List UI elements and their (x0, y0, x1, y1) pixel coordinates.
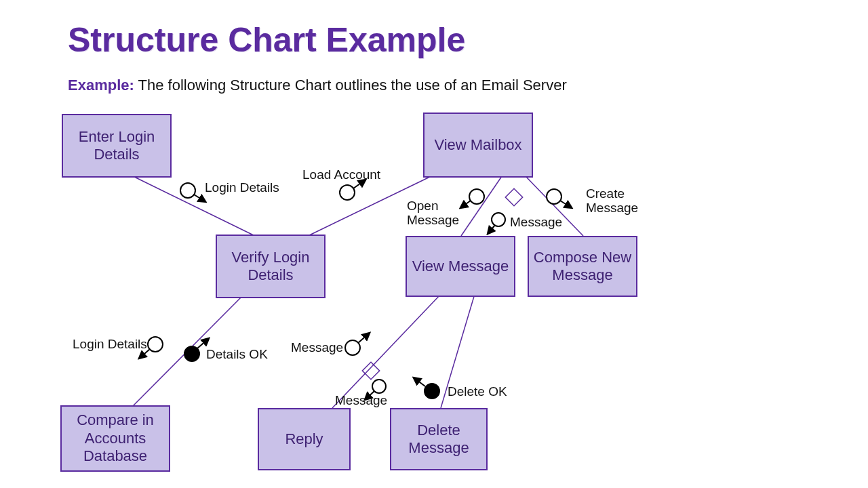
node-delete-message: Delete Message (390, 408, 488, 470)
node-compare-db: Compare in Accounts Database (60, 405, 170, 472)
couple-icon (180, 183, 195, 198)
node-reply: Reply (258, 408, 351, 470)
subtitle-text: The following Structure Chart outlines t… (134, 77, 567, 94)
arrow-icon (560, 201, 571, 207)
node-verify-login: Verify Login Details (216, 235, 326, 298)
label-delete-ok: Delete OK (448, 384, 507, 399)
couple-icon (148, 337, 163, 352)
diagram-canvas: Structure Chart Example Example: The fol… (0, 0, 868, 488)
page-title: Structure Chart Example (68, 20, 465, 60)
couple-icon (469, 189, 484, 204)
couple-icon (372, 380, 386, 393)
edge-viewmsg-to-reply (332, 294, 441, 408)
couple-icon (492, 213, 505, 226)
arrow-icon (358, 333, 369, 343)
label-create-message: Create Message (586, 187, 640, 216)
node-enter-login: Enter Login Details (62, 114, 172, 178)
label-login-details-top: Login Details (205, 180, 279, 195)
couple-control-icon (184, 346, 199, 361)
node-view-mailbox: View Mailbox (423, 113, 533, 178)
couple-icon (345, 340, 360, 355)
selection-diamond-mailbox (505, 188, 522, 205)
label-message-reply: Message (335, 393, 387, 408)
arrow-icon (461, 201, 471, 207)
label-load-account: Load Account (302, 167, 380, 182)
node-view-message: View Message (406, 236, 515, 297)
label-message-mailbox: Message (510, 215, 562, 230)
arrow-icon (194, 195, 205, 201)
label-message-vm: Message (291, 340, 343, 355)
subtitle-lead: Example: (68, 77, 134, 94)
edge-mailbox-to-viewmsg (461, 176, 502, 236)
arrow-icon (488, 225, 495, 233)
page-subtitle: Example: The following Structure Chart o… (68, 77, 567, 94)
couple-icon (340, 185, 355, 200)
label-login-details-bottom: Login Details (73, 337, 147, 352)
label-details-ok: Details OK (206, 347, 268, 362)
label-open-message: Open Message (407, 199, 461, 228)
couple-control-icon (425, 384, 439, 399)
node-compose-new: Compose New Message (528, 236, 637, 297)
couple-icon (547, 189, 561, 204)
selection-diamond-viewmsg (362, 362, 379, 379)
arrow-icon (414, 378, 425, 386)
